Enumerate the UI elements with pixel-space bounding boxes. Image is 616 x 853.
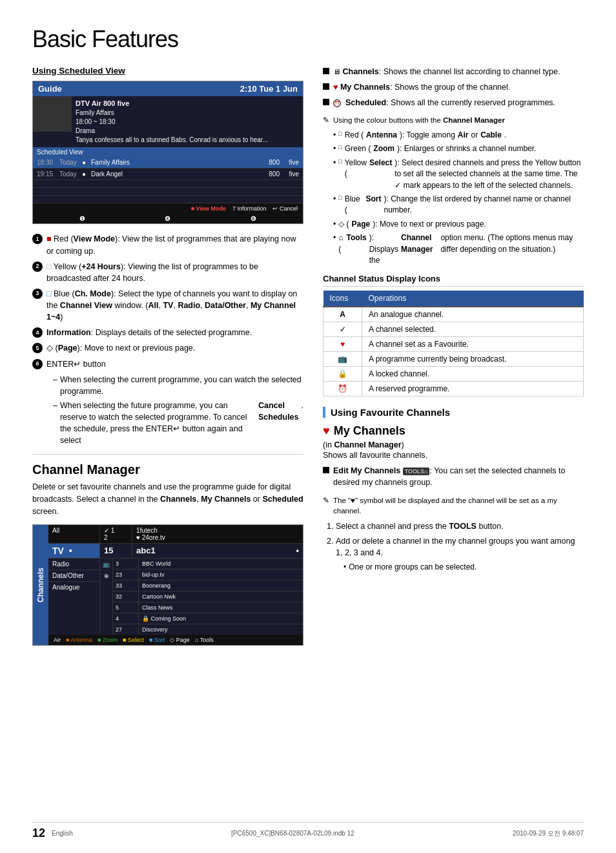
table-row: A An analogue channel. bbox=[323, 307, 584, 322]
guide-info-text: DTV Air 800 five Family Affairs 18:00 ~ … bbox=[72, 96, 272, 147]
status-table-heading: Channel Status Display Icons bbox=[323, 274, 584, 287]
cancel-btn: ↩ Cancel bbox=[272, 205, 298, 212]
channel-mockup: Channels All ✓ 12 1futech♥ 24ore.tv TV •… bbox=[32, 524, 303, 646]
step-sub-1: One or more groups can be selected. bbox=[344, 562, 584, 573]
footer-timestamp: 2010-09-29 오전 9:48:07 bbox=[513, 829, 584, 838]
status-table: Icons Operations A An analogue channel. … bbox=[323, 291, 584, 396]
num-3: 3 bbox=[113, 559, 138, 570]
ch-radio: Radio bbox=[48, 559, 99, 570]
list-item-3: 3 □ Blue (Ch. Mode): Select the type of … bbox=[32, 288, 303, 323]
num-32: 32 bbox=[113, 591, 138, 602]
name-coming: 🔒 Coming Soon bbox=[139, 613, 303, 624]
desc-A: An analogue channel. bbox=[362, 307, 584, 322]
channel-sidebar-label: Channels bbox=[33, 525, 48, 645]
guide-row: 19:15 Today ● Dark Angel 800 five bbox=[33, 169, 303, 180]
program-desc: Tanya confesses all to a stunned Babs. C… bbox=[76, 136, 268, 145]
numbered-list: 1 ■ Red (View Mode): View the list of pr… bbox=[32, 233, 303, 369]
page: Basic Features Using Scheduled View Guid… bbox=[0, 0, 616, 853]
cb-green: □ Green (Zoom): Enlarges or shrinks a ch… bbox=[333, 143, 584, 154]
divider-1 bbox=[32, 454, 303, 455]
bullet-sq-1 bbox=[323, 68, 329, 74]
num-3: 3 bbox=[32, 289, 43, 299]
channels-bullet: 🖥 Channels: Shows the channel list accor… bbox=[323, 66, 584, 77]
ch-data: Data/Other bbox=[48, 570, 99, 582]
table-header-icons: Icons bbox=[323, 291, 362, 307]
channels-text: 🖥 Channels: Shows the channel list accor… bbox=[333, 66, 560, 77]
guide-row: 18:30 Today ● Family Affairs 800 five bbox=[33, 157, 303, 169]
num-27: 27 bbox=[113, 624, 138, 635]
fav-channels-label: Using Favourite Channels bbox=[331, 407, 450, 418]
icon-check: ✓ bbox=[323, 322, 362, 337]
item-2-text: □ Yellow (+24 Hours): Viewing the list o… bbox=[46, 261, 303, 284]
program-name: Family Affairs bbox=[76, 108, 268, 118]
ch-col-all: All bbox=[48, 525, 100, 543]
ch-col-num: ✓ 12 bbox=[100, 525, 132, 543]
icon-lock: 🔒 bbox=[323, 367, 362, 382]
table-row: ✓ A channel selected. bbox=[323, 322, 584, 337]
item-3-text: □ Blue (Ch. Mode): Select the type of ch… bbox=[46, 288, 303, 323]
status-table-section: Channel Status Display Icons Icons Opera… bbox=[323, 274, 584, 396]
cb-yellow: □ Yellow (Select): Select desired channe… bbox=[333, 158, 584, 191]
list-item-5: 5 ◇ (Page): Move to next or previous pag… bbox=[32, 342, 303, 354]
row-ch: five bbox=[280, 159, 299, 166]
abc1-arrow: • bbox=[296, 546, 299, 556]
footer-language: English bbox=[52, 830, 73, 837]
tools-badge: TOOLS⌂ bbox=[403, 468, 430, 475]
row-prog: Family Affairs bbox=[91, 159, 260, 166]
guide-info-row: DTV Air 800 five Family Affairs 18:00 ~ … bbox=[33, 96, 303, 147]
green-icon: □ bbox=[338, 143, 342, 154]
guide-datetime: 2:10 Tue 1 Jun bbox=[240, 84, 298, 94]
icon-heart: ♥ bbox=[323, 337, 362, 352]
guide-scheduled-label: Scheduled View bbox=[33, 147, 303, 157]
edit-text: Edit My Channels TOOLS⌂: You can set the… bbox=[333, 465, 584, 488]
footer-tools: ⌂ Tools bbox=[195, 637, 214, 643]
table-row: 🔒 A locked channel. bbox=[323, 367, 584, 382]
list-item-1: 1 ■ Red (View Mode): View the list of pr… bbox=[32, 233, 303, 256]
guide-mockup: Guide 2:10 Tue 1 Jun DTV Air 800 five Fa… bbox=[32, 81, 303, 224]
mychannels-bullet: ♥ My Channels: Shows the group of the ch… bbox=[323, 81, 584, 93]
channel-footer: Air ■ Antenna ■ Zoom ■ Select ■ Sort ◇ P… bbox=[48, 635, 303, 645]
name-bid: bid-up.tv bbox=[139, 570, 303, 581]
ch-analogue: Analogue bbox=[48, 582, 99, 593]
guide-footer: ■ View Mode 7 Information ↩ Cancel bbox=[33, 203, 303, 214]
desc-reserved: A reserved programme. bbox=[362, 382, 584, 396]
bullet-sq-edit bbox=[323, 467, 329, 473]
footer-air: Air bbox=[54, 637, 61, 643]
row-num: 800 bbox=[260, 159, 280, 166]
program-genre: Drama bbox=[76, 127, 268, 136]
guide-rows: 18:30 Today ● Family Affairs 800 five 19… bbox=[33, 157, 303, 203]
cb-tools: ⌂ (Tools): Displays the Channel Manager … bbox=[333, 232, 584, 266]
channel-left-items: Radio Data/Other Analogue bbox=[48, 559, 100, 635]
table-row: ♥ A channel set as a Favourite. bbox=[323, 337, 584, 352]
program-time: 18:00 ~ 18:30 bbox=[76, 118, 268, 127]
ch-tv-label: TV • bbox=[48, 544, 100, 558]
item-5-text: ◇ (Page): Move to next or previous page. bbox=[46, 342, 195, 354]
circle-1: ❶ bbox=[79, 215, 85, 222]
cb-page: ◇ (Page): Move to next or previous page. bbox=[333, 219, 584, 230]
view-mode-btn: ■ View Mode bbox=[191, 205, 226, 212]
name-bbc: BBC World bbox=[139, 559, 303, 570]
mychannels-text: ♥ My Channels: Shows the group of the ch… bbox=[333, 81, 510, 93]
footer-zoom: ■ Zoom bbox=[98, 637, 118, 643]
desc-broadcast: A programme currently being broadcast. bbox=[362, 352, 584, 367]
bullet-sq-3 bbox=[323, 99, 329, 105]
desc-lock: A locked channel. bbox=[362, 367, 584, 382]
enter-subitems: When selecting the current programme, yo… bbox=[46, 374, 303, 447]
footer-select: ■ Select bbox=[123, 637, 144, 643]
edit-bullet: Edit My Channels TOOLS⌂: You can set the… bbox=[323, 465, 584, 488]
yellow-icon: □ bbox=[338, 158, 342, 191]
page-title: Basic Features bbox=[32, 26, 584, 53]
channel-main: All ✓ 12 1futech♥ 24ore.tv TV • 15 abc1 … bbox=[48, 525, 303, 645]
cb-red: □ Red (Antenna): Toggle among Air or Cab… bbox=[333, 130, 584, 141]
footer-page: ◇ Page bbox=[170, 637, 190, 643]
table-row: ⏰ A reserved programme. bbox=[323, 382, 584, 396]
sat-icon: ⊕ bbox=[104, 573, 109, 579]
guide-circles: ❶ ❹ ❻ bbox=[33, 214, 303, 223]
my-channels-heading: ♥ My Channels bbox=[323, 424, 584, 438]
row-time: 18:30 bbox=[37, 159, 59, 166]
name-class: Class News bbox=[139, 602, 303, 613]
desc-heart: A channel set as a Favourite. bbox=[362, 337, 584, 352]
name-boon: Boonerang bbox=[139, 581, 303, 591]
row-icon: ● bbox=[82, 159, 91, 166]
page-number: 12 bbox=[32, 827, 45, 840]
